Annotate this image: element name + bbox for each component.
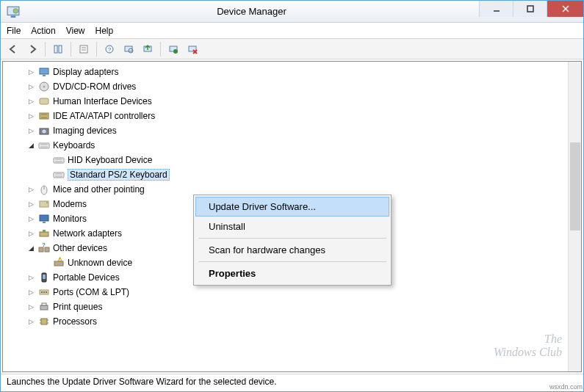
watermark: TheWindows Club — [494, 333, 562, 359]
tree-node-label: DVD/CD-ROM drives — [53, 81, 136, 92]
ctx-scan[interactable]: Scan for hardware changes — [195, 240, 389, 260]
monitor-icon — [38, 213, 50, 225]
tree-node[interactable]: ▷Imaging devices — [4, 123, 566, 138]
expand-icon[interactable]: ▷ — [26, 126, 35, 135]
svg-rect-62 — [41, 319, 47, 324]
ctx-update-driver[interactable]: Update Driver Software... — [195, 197, 389, 217]
expand-icon[interactable]: ▷ — [26, 302, 35, 311]
imaging-icon — [38, 125, 50, 137]
maximize-button[interactable] — [513, 1, 547, 17]
menu-file[interactable]: File — [7, 26, 21, 36]
uninstall-button[interactable] — [165, 41, 181, 57]
svg-rect-23 — [43, 75, 46, 76]
svg-rect-48 — [43, 230, 46, 232]
scan-button[interactable] — [120, 41, 137, 57]
menu-action[interactable]: Action — [31, 26, 55, 36]
expand-icon[interactable]: ▷ — [26, 273, 35, 282]
menubar: File Action View Help — [1, 23, 583, 39]
menu-help[interactable]: Help — [95, 26, 114, 36]
network-icon — [38, 228, 50, 239]
expander-placeholder — [41, 170, 50, 179]
expand-icon[interactable]: ▷ — [26, 185, 35, 194]
menu-view[interactable]: View — [66, 26, 85, 36]
ctx-uninstall[interactable]: Uninstall — [195, 217, 389, 236]
expand-icon[interactable]: ▷ — [26, 97, 35, 106]
ctx-separator — [198, 261, 386, 262]
svg-point-59 — [46, 291, 47, 293]
expand-icon[interactable]: ▷ — [26, 68, 35, 76]
svg-rect-19 — [189, 46, 196, 51]
svg-rect-22 — [40, 68, 48, 74]
tree-node[interactable]: ▷Display adapters — [4, 65, 566, 79]
svg-point-57 — [41, 291, 43, 293]
svg-text:?: ? — [42, 242, 46, 248]
expander-placeholder — [41, 258, 50, 267]
svg-rect-45 — [40, 215, 48, 221]
scroll-thumb[interactable] — [570, 142, 580, 231]
tree-node[interactable]: Standard PS/2 Keyboard — [4, 167, 566, 182]
svg-point-58 — [43, 291, 45, 293]
collapse-icon[interactable]: ◢ — [26, 141, 35, 150]
svg-rect-55 — [43, 275, 46, 279]
expand-icon[interactable]: ▷ — [26, 214, 35, 223]
tree-node-label: Standard PS/2 Keyboard — [68, 169, 170, 181]
titlebar: Device Manager — [1, 1, 583, 23]
other-icon: ? — [38, 242, 50, 254]
tree-node-label: Imaging devices — [53, 126, 117, 136]
expand-icon[interactable]: ▷ — [26, 317, 35, 326]
tree-node-label: Portable Devices — [53, 272, 120, 283]
back-button[interactable] — [5, 41, 21, 57]
tree-node-label: IDE ATA/ATAPI controllers — [53, 111, 155, 121]
statusbar: Launches the Update Driver Software Wiza… — [1, 374, 583, 391]
printer-icon — [38, 301, 50, 313]
tree-node-label: Print queues — [53, 302, 102, 312]
tree-node-label: Other devices — [53, 243, 107, 253]
tree-node[interactable]: ◢Keyboards — [4, 138, 566, 153]
expand-icon[interactable]: ▷ — [26, 82, 35, 91]
properties-button[interactable] — [76, 41, 92, 57]
update-driver-button[interactable] — [140, 41, 156, 57]
toolbar-separator — [71, 42, 71, 57]
svg-point-44 — [46, 202, 48, 203]
svg-rect-47 — [40, 232, 48, 236]
expand-icon[interactable]: ▷ — [26, 288, 35, 297]
svg-text:⚠: ⚠ — [57, 257, 62, 263]
help-button[interactable]: ? — [101, 41, 118, 57]
tree-node-label: Network adapters — [53, 228, 122, 239]
svg-rect-9 — [80, 46, 87, 53]
forward-button[interactable] — [24, 41, 40, 57]
scrollbar[interactable] — [568, 62, 581, 371]
port-icon — [38, 286, 50, 298]
tree-node[interactable]: ▷Processors — [4, 314, 566, 329]
expand-icon[interactable]: ▷ — [26, 200, 35, 208]
tree-node[interactable]: ▷Human Interface Devices — [4, 94, 566, 109]
svg-rect-50 — [45, 247, 49, 252]
mouse-icon — [38, 184, 50, 195]
close-button[interactable] — [547, 1, 583, 17]
disable-button[interactable] — [184, 41, 201, 57]
keyboard-icon — [53, 169, 65, 181]
tree-node[interactable]: ▷Print queues — [4, 300, 566, 314]
collapse-icon[interactable]: ◢ — [26, 244, 35, 253]
display-icon — [38, 66, 50, 78]
window-title: Device Manager — [24, 6, 479, 17]
tree-node-label: Mice and other pointing — [53, 184, 145, 195]
toolbar-separator — [45, 42, 46, 57]
tree-node[interactable]: ▷Ports (COM & LPT) — [4, 285, 566, 300]
tree-node-label: Ports (COM & LPT) — [53, 287, 129, 297]
context-menu: Update Driver Software... Uninstall Scan… — [193, 195, 392, 286]
expand-icon[interactable]: ▷ — [26, 229, 35, 238]
svg-rect-35 — [54, 158, 64, 163]
tree-node[interactable]: ▷DVD/CD-ROM drives — [4, 79, 566, 94]
tree-node[interactable]: HID Keyboard Device — [4, 153, 566, 167]
svg-point-31 — [43, 130, 46, 134]
ctx-properties[interactable]: Properties — [195, 264, 389, 283]
svg-rect-8 — [59, 46, 62, 53]
tree-node[interactable]: ▷IDE ATA/ATAPI controllers — [4, 109, 566, 123]
expand-icon[interactable]: ▷ — [26, 112, 35, 120]
minimize-button[interactable] — [479, 1, 513, 17]
hid-icon — [38, 95, 50, 107]
show-hidden-button[interactable] — [50, 41, 66, 57]
svg-rect-27 — [40, 113, 48, 119]
toolbar-separator — [160, 42, 161, 57]
